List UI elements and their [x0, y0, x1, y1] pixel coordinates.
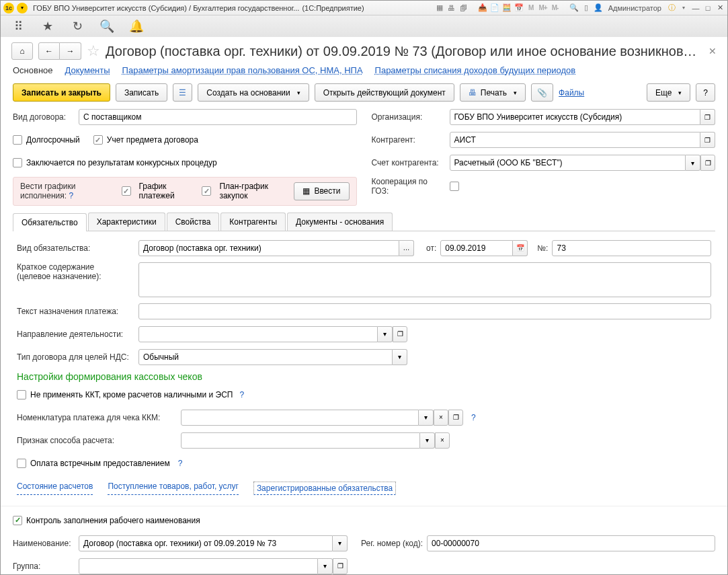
user-name[interactable]: Администратор [606, 4, 664, 12]
nav-amort[interactable]: Параметры амортизации прав пользования О… [122, 65, 363, 75]
calendar-icon[interactable]: 📅 [514, 3, 524, 13]
obl-kind-more-button[interactable]: … [399, 240, 414, 256]
list-button[interactable]: ☰ [173, 83, 192, 102]
pay-schedule-checkbox[interactable] [122, 186, 131, 196]
settlement-state-link[interactable]: Состояние расчетов [17, 482, 93, 495]
info-dropdown-icon[interactable]: ▾ [679, 3, 688, 13]
more-button[interactable]: Еще▾ [647, 83, 690, 102]
counterparty-open-button[interactable]: ❐ [700, 132, 715, 148]
open-doc-button[interactable]: Открыть действующий документ [315, 83, 454, 102]
coop-checkbox[interactable] [450, 182, 459, 191]
subject-checkbox[interactable] [93, 135, 103, 145]
name-input[interactable]: Договор (поставка орг. техники) от 09.09… [79, 535, 333, 551]
brief-textarea[interactable] [138, 262, 711, 297]
kkt-checkbox[interactable] [17, 390, 26, 399]
close-button[interactable]: ✕ [715, 3, 725, 13]
help-icon[interactable]: ? [69, 191, 73, 200]
group-open-button[interactable]: ❐ [333, 558, 348, 574]
page-title: Договор (поставка орг. техники) от 09.09… [106, 44, 703, 59]
history-icon[interactable]: ↻ [71, 20, 84, 33]
account-open-button[interactable]: ❐ [700, 155, 715, 171]
m-plus-icon[interactable]: M+ [538, 3, 548, 13]
tab-characteristics[interactable]: Характеристики [88, 213, 165, 231]
method-clear-button[interactable]: × [435, 432, 450, 449]
tab-counterparties[interactable]: Контрагенты [220, 213, 286, 231]
files-link[interactable]: Файлы [559, 88, 584, 98]
minimize-button[interactable]: — [691, 3, 700, 13]
info-icon[interactable]: ⓘ [667, 3, 676, 13]
nav-main[interactable]: Основное [13, 65, 53, 75]
tab-properties[interactable]: Свойства [167, 213, 220, 231]
nomenclature-clear-button[interactable]: × [434, 410, 448, 426]
home-button[interactable]: ⌂ [11, 42, 33, 60]
reg-input[interactable]: 00-00000070 [427, 535, 715, 551]
m-minus-icon[interactable]: M- [551, 3, 560, 13]
activity-open-button[interactable]: ❐ [393, 326, 407, 342]
search-icon[interactable]: 🔍 [100, 20, 114, 33]
toolbar-icon-1[interactable]: ▦ [435, 3, 444, 13]
apps-icon[interactable]: ⠿ [11, 20, 25, 33]
back-button[interactable]: ← [38, 42, 60, 60]
create-basis-button[interactable]: Создать на основании▾ [198, 83, 309, 102]
activity-dropdown-button[interactable]: ▾ [378, 326, 393, 342]
help-icon[interactable]: ? [471, 413, 476, 422]
m-icon[interactable]: M [526, 3, 536, 13]
counterparty-input[interactable]: АИСТ [450, 132, 701, 148]
number-input[interactable]: 73 [552, 240, 711, 256]
help-icon[interactable]: ? [178, 459, 183, 468]
kkt-section-title: Настройки формирования кассовых чеков [17, 371, 711, 382]
control-name-checkbox[interactable] [13, 516, 22, 525]
pay-text-input[interactable] [138, 303, 711, 319]
zoom-icon[interactable]: 🔍 [569, 3, 579, 13]
maximize-button[interactable]: □ [703, 3, 713, 13]
tab-obligation[interactable]: Обязательство [13, 213, 87, 231]
dropdown-icon[interactable]: ▾ [17, 3, 28, 13]
nomenclature-dropdown-button[interactable]: ▾ [419, 410, 434, 426]
panel-icon[interactable]: ▯ [581, 3, 591, 13]
bell-icon[interactable]: 🔔 [130, 20, 143, 33]
star-icon[interactable]: ★ [41, 20, 54, 33]
account-input[interactable]: Расчетный (ООО КБ "ВЕСТ") [450, 155, 686, 171]
toolbar-icon-4[interactable]: 📥 [478, 3, 487, 13]
attach-button[interactable]: 📎 [531, 83, 553, 102]
calc-icon[interactable]: 🧮 [502, 3, 512, 13]
contract-kind-input[interactable]: С поставщиком [79, 109, 357, 125]
goods-receipt-link[interactable]: Поступление товаров, работ, услуг [108, 482, 239, 495]
save-button[interactable]: Записать [116, 83, 167, 102]
registered-obligations-link[interactable]: Зарегистрированные обязательства [253, 482, 396, 495]
help-icon[interactable]: ? [239, 390, 244, 399]
activity-input[interactable] [138, 326, 378, 342]
obl-kind-input[interactable]: Договор (поставка орг. техники) [138, 240, 399, 256]
counter-pay-checkbox[interactable] [17, 459, 26, 468]
favorite-star-icon[interactable]: ☆ [87, 42, 100, 60]
method-input[interactable] [181, 432, 420, 449]
save-close-button[interactable]: Записать и закрыть [13, 83, 110, 102]
page-close-button[interactable]: ✕ [709, 46, 717, 56]
group-input[interactable] [79, 558, 318, 574]
method-dropdown-button[interactable]: ▾ [420, 432, 435, 449]
name-dropdown-button[interactable]: ▾ [333, 535, 348, 551]
nav-documents[interactable]: Документы [65, 65, 110, 75]
tender-checkbox[interactable] [13, 158, 22, 167]
print-button[interactable]: 🖶Печать▾ [460, 83, 526, 102]
nomenclature-open-button[interactable]: ❐ [448, 410, 463, 426]
toolbar-icon-3[interactable]: 🗐 [459, 3, 469, 13]
vat-input[interactable]: Обычный [138, 349, 393, 365]
forward-button[interactable]: → [60, 42, 81, 60]
nomenclature-input[interactable] [181, 410, 419, 426]
toolbar-icon-5[interactable]: 📄 [490, 3, 499, 13]
print-icon[interactable]: 🖶 [447, 3, 456, 13]
date-picker-button[interactable]: 📅 [513, 240, 528, 256]
help-button[interactable]: ? [696, 83, 715, 102]
account-dropdown-button[interactable]: ▾ [686, 155, 700, 171]
org-input[interactable]: ГОБУ ВПО Университет искусств (Субсидия) [450, 109, 701, 125]
org-open-button[interactable]: ❐ [700, 109, 715, 125]
group-dropdown-button[interactable]: ▾ [318, 558, 333, 574]
enter-button[interactable]: ▦Ввести [294, 182, 349, 200]
purchase-plan-checkbox[interactable] [202, 186, 211, 196]
longterm-checkbox[interactable] [13, 135, 22, 145]
vat-dropdown-button[interactable]: ▾ [393, 349, 407, 365]
tab-basis-docs[interactable]: Документы - основания [287, 213, 393, 231]
date-input[interactable]: 09.09.2019 [440, 240, 513, 256]
nav-income[interactable]: Параметры списания доходов будущих перио… [375, 65, 576, 75]
